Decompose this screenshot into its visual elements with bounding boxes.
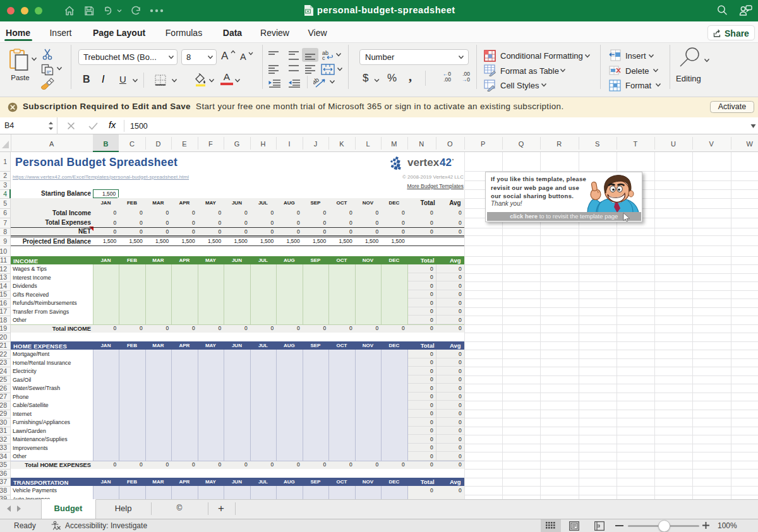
svg-text:42: 42 xyxy=(440,157,452,168)
svg-text:vertex: vertex xyxy=(407,157,440,168)
svg-text:c: c xyxy=(322,55,325,61)
